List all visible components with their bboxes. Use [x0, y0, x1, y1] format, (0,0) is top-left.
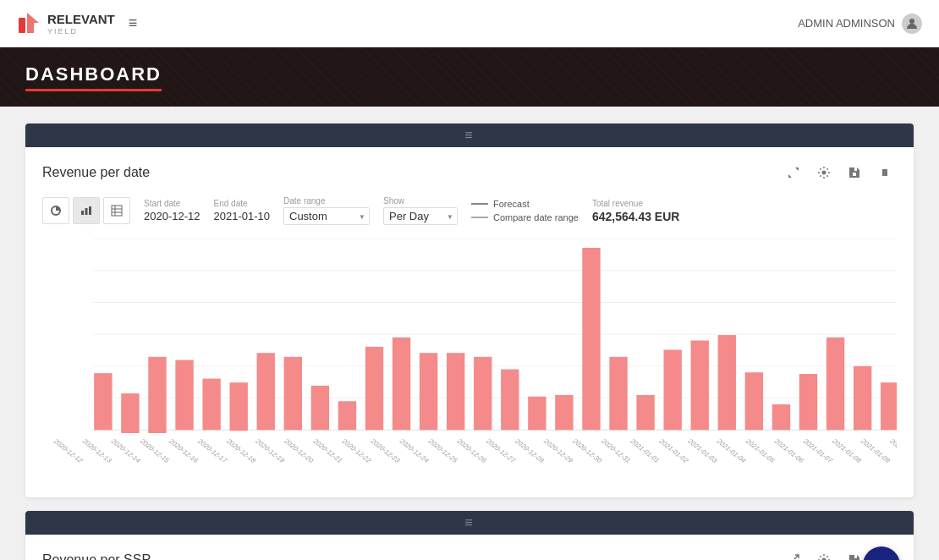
user-avatar-icon[interactable] [902, 14, 922, 34]
svg-rect-36 [365, 347, 383, 430]
svg-rect-30 [202, 379, 220, 431]
svg-rect-32 [257, 353, 275, 430]
navbar-left: RELEVANT YIELD ≡ [17, 11, 137, 36]
svg-point-3 [822, 171, 826, 175]
svg-rect-48 [691, 341, 709, 431]
revenue-per-ssp-widget: ≡ Revenue per SSP [25, 511, 914, 560]
dashboard-header: DASHBOARD [0, 47, 939, 107]
end-date-value[interactable]: 2021-01-10 [214, 210, 271, 222]
svg-rect-8 [112, 206, 122, 216]
svg-rect-6 [85, 208, 88, 215]
svg-rect-29 [175, 360, 193, 431]
svg-rect-35 [338, 401, 356, 430]
total-revenue-display: Total revenue 642,564.43 EUR [592, 199, 680, 223]
svg-rect-53 [826, 338, 844, 430]
svg-rect-45 [609, 357, 627, 430]
chart-area: 0 10,000 20,000 30,000 40,000 50,000 60,… [42, 239, 897, 484]
controls-bar: Start date 2020-12-12 End date 2021-01-1… [42, 196, 897, 225]
logo-icon [17, 11, 42, 36]
svg-rect-31 [230, 382, 248, 431]
forecast-legend-item: Forecast [471, 199, 579, 209]
svg-rect-43 [555, 395, 573, 430]
svg-rect-33 [284, 357, 302, 430]
widget-header: Revenue per date [42, 161, 897, 184]
date-range-select-wrapper[interactable]: Custom Last 7 days Last 30 days This mon… [283, 207, 370, 225]
show-field: Show Per Day Per Week Per Month [383, 196, 458, 225]
svg-rect-50 [745, 372, 763, 430]
svg-rect-27 [121, 393, 139, 433]
logo: RELEVANT YIELD [17, 11, 115, 36]
svg-rect-55 [881, 382, 897, 430]
svg-rect-41 [501, 370, 519, 431]
date-range-select[interactable]: Custom Last 7 days Last 30 days This mon… [283, 207, 370, 225]
expand-button[interactable] [782, 161, 805, 184]
date-range-label: Date range [283, 196, 370, 206]
svg-rect-0 [19, 18, 25, 33]
svg-rect-39 [447, 353, 464, 430]
navbar: RELEVANT YIELD ≡ ADMIN ADMINSON [0, 0, 939, 47]
widget-actions [782, 161, 897, 184]
pie-chart-view-button[interactable] [42, 197, 69, 224]
svg-rect-47 [664, 350, 682, 431]
start-date-value[interactable]: 2020-12-12 [144, 210, 200, 222]
chart-legend: Forecast Compare date range [471, 199, 579, 222]
svg-rect-7 [89, 206, 91, 215]
compare-legend-label: Compare date range [493, 212, 579, 222]
forecast-legend-label: Forecast [493, 199, 530, 209]
total-revenue-value: 642,564.43 EUR [592, 210, 680, 223]
svg-rect-52 [799, 374, 817, 430]
total-revenue-label: Total revenue [592, 199, 680, 208]
main-content: ≡ Revenue per date [0, 107, 939, 560]
svg-rect-37 [393, 338, 410, 430]
navbar-right: ADMIN ADMINSON [798, 14, 922, 34]
settings-button[interactable] [812, 161, 836, 184]
widget-body: Revenue per date [25, 147, 914, 497]
svg-rect-42 [528, 397, 546, 431]
widget2-drag-handle-icon: ≡ [464, 515, 474, 530]
forecast-legend-line [471, 203, 488, 205]
widget2-settings-button[interactable] [812, 548, 836, 560]
widget-title: Revenue per date [42, 165, 150, 180]
hamburger-menu-icon[interactable]: ≡ [129, 14, 138, 32]
svg-rect-44 [582, 248, 600, 430]
svg-rect-34 [311, 386, 329, 430]
widget-drag-bar[interactable]: ≡ [25, 124, 914, 147]
show-select-wrapper[interactable]: Per Day Per Week Per Month [383, 207, 458, 225]
end-date-field: End date 2021-01-10 [214, 199, 271, 222]
user-name: ADMIN ADMINSON [798, 17, 895, 30]
save-button[interactable] [843, 161, 866, 184]
svg-rect-54 [854, 366, 871, 430]
show-label: Show [383, 196, 458, 206]
compare-legend-line [471, 217, 488, 218]
widget2-expand-button[interactable] [782, 548, 805, 560]
view-toggle [42, 197, 130, 224]
table-view-button[interactable] [103, 197, 130, 224]
widget2-body: Revenue per SSP [25, 535, 914, 560]
x-axis-labels: 2020-12-12 2020-12-13 2020-12-14 2020-12… [42, 435, 897, 484]
start-date-label: Start date [144, 199, 200, 208]
logo-text: RELEVANT YIELD [47, 12, 115, 36]
widget2-header: Revenue per SSP [42, 548, 897, 560]
svg-marker-1 [27, 13, 39, 33]
bar-chart-view-button[interactable] [73, 197, 100, 224]
end-date-label: End date [214, 199, 271, 208]
svg-rect-51 [772, 404, 790, 430]
start-date-field: Start date 2020-12-12 [144, 199, 200, 222]
bar-chart: 0 10,000 20,000 30,000 40,000 50,000 60,… [93, 239, 897, 433]
widget2-save-button[interactable] [843, 548, 866, 560]
dashboard-title: DASHBOARD [25, 63, 162, 91]
svg-rect-46 [636, 395, 654, 430]
svg-rect-28 [148, 357, 166, 433]
delete-button[interactable] [873, 161, 897, 184]
widget2-title: Revenue per SSP [42, 552, 151, 560]
svg-rect-5 [81, 211, 84, 215]
svg-rect-26 [94, 373, 112, 430]
svg-rect-49 [718, 335, 736, 430]
compare-legend-item: Compare date range [471, 212, 579, 222]
drag-handle-icon: ≡ [464, 128, 474, 143]
svg-rect-38 [420, 353, 437, 430]
revenue-per-date-widget: ≡ Revenue per date [25, 124, 914, 497]
svg-rect-40 [474, 357, 491, 430]
widget2-drag-bar[interactable]: ≡ [25, 511, 914, 535]
show-select[interactable]: Per Day Per Week Per Month [383, 207, 458, 225]
